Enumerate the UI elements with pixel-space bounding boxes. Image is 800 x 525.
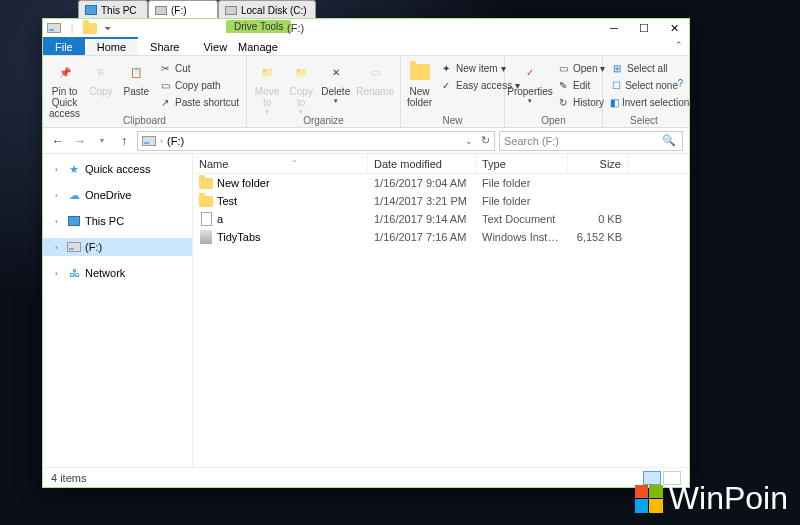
select-none-button[interactable]: ☐Select none: [607, 77, 681, 93]
file-date: 1/14/2017 3:21 PM: [368, 195, 476, 207]
ribbon-group-open: ✓Properties▾ ▭Open ▾ ✎Edit ↻History Open: [505, 56, 603, 127]
collapse-ribbon-icon[interactable]: ⌃: [675, 40, 683, 50]
tab-this-pc[interactable]: This PC: [78, 0, 148, 18]
forward-button[interactable]: →: [71, 134, 89, 148]
ribbon-group-new: New folder ✦New item ▾ ✓Easy access ▾ Ne…: [401, 56, 505, 127]
invert-selection-button[interactable]: ◧Invert selection: [607, 94, 681, 110]
copyto-icon: 📁: [289, 60, 313, 84]
new-folder-button[interactable]: New folder: [405, 58, 434, 110]
paste-icon: 📋: [124, 60, 148, 84]
file-rows: New folder1/16/2017 9:04 AMFile folderTe…: [193, 174, 689, 467]
drive-icon: [47, 21, 61, 35]
properties-button[interactable]: ✓Properties▾: [509, 58, 551, 107]
up-button[interactable]: ↑: [115, 134, 133, 148]
copy-button[interactable]: ⎘Copy: [84, 58, 117, 99]
minimize-button[interactable]: ─: [599, 19, 629, 37]
copy-icon: ⎘: [89, 60, 113, 84]
drive-icon: [67, 240, 81, 254]
history-button[interactable]: ↻History: [553, 94, 608, 110]
file-name: TidyTabs: [217, 231, 261, 243]
file-row[interactable]: a1/16/2017 9:14 AMText Document0 KB: [193, 210, 689, 228]
column-name[interactable]: Name⌃: [193, 154, 368, 173]
watermark: WinPoin: [635, 480, 788, 517]
star-icon: ★: [67, 162, 81, 176]
tab-drive-f[interactable]: (F:): [148, 0, 218, 18]
delete-button[interactable]: ✕Delete▾: [319, 58, 352, 107]
select-all-button[interactable]: ⊞Select all: [607, 60, 681, 76]
ribbon-tab-share[interactable]: Share: [138, 37, 191, 55]
cut-button[interactable]: ✂Cut: [155, 60, 242, 76]
search-placeholder: Search (F:): [504, 135, 559, 147]
tab-label: Local Disk (C:): [241, 5, 307, 16]
group-label: Open: [505, 115, 602, 126]
maximize-button[interactable]: ☐: [629, 19, 659, 37]
content-area: ›★Quick access ›☁OneDrive ›This PC ›(F:)…: [43, 154, 689, 467]
group-label: New: [401, 115, 504, 126]
column-type[interactable]: Type: [476, 154, 568, 173]
chevron-icon: ›: [55, 243, 63, 252]
tab-local-disk-c[interactable]: Local Disk (C:): [218, 0, 316, 18]
refresh-icon[interactable]: ↻: [477, 134, 490, 147]
drive-icon: [155, 6, 167, 15]
paste-button[interactable]: 📋Paste: [120, 58, 153, 99]
chevron-icon: ›: [55, 269, 63, 278]
open-button[interactable]: ▭Open ▾: [553, 60, 608, 76]
nav-this-pc[interactable]: ›This PC: [43, 212, 192, 230]
drive-icon: [225, 6, 237, 15]
search-field[interactable]: Search (F:) 🔍: [499, 131, 683, 151]
move-to-button[interactable]: 📁Move to▾: [251, 58, 283, 118]
column-size[interactable]: Size: [568, 154, 628, 173]
close-button[interactable]: ✕: [659, 19, 689, 37]
nav-onedrive[interactable]: ›☁OneDrive: [43, 186, 192, 204]
qat-dropdown-icon[interactable]: ⏷: [101, 21, 115, 35]
move-icon: 📁: [255, 60, 279, 84]
history-icon: ↻: [556, 95, 570, 109]
navigation-pane: ›★Quick access ›☁OneDrive ›This PC ›(F:)…: [43, 154, 193, 467]
chevron-icon: ›: [55, 165, 63, 174]
search-icon[interactable]: 🔍: [662, 134, 676, 147]
copy-to-button[interactable]: 📁Copy to▾: [285, 58, 317, 118]
group-label: Clipboard: [43, 115, 246, 126]
easy-access-icon: ✓: [439, 78, 453, 92]
ribbon-group-organize: 📁Move to▾ 📁Copy to▾ ✕Delete▾ ▭Rename Org…: [247, 56, 401, 127]
titlebar: | ⏷ Drive Tools (F:) ─ ☐ ✕: [43, 19, 689, 37]
ribbon-tab-file[interactable]: File: [43, 37, 85, 55]
file-row[interactable]: Test1/14/2017 3:21 PMFile folder: [193, 192, 689, 210]
folder-icon: [199, 194, 213, 208]
file-size: 0 KB: [568, 213, 628, 225]
statusbar: 4 items: [43, 467, 689, 487]
column-date[interactable]: Date modified: [368, 154, 476, 173]
chevron-icon: ›: [55, 217, 63, 226]
file-date: 1/16/2017 9:04 AM: [368, 177, 476, 189]
folder-icon[interactable]: [83, 21, 97, 35]
drive-icon: [142, 136, 156, 146]
cut-icon: ✂: [158, 61, 172, 75]
file-type: Windows Installer ...: [476, 231, 568, 243]
nav-quick-access[interactable]: ›★Quick access: [43, 160, 192, 178]
nav-network[interactable]: ›🖧Network: [43, 264, 192, 282]
ribbon-tab-manage[interactable]: Manage: [226, 37, 290, 55]
copy-path-button[interactable]: ▭Copy path: [155, 77, 242, 93]
file-type: File folder: [476, 177, 568, 189]
delete-icon: ✕: [324, 60, 348, 84]
ribbon-tab-home[interactable]: Home: [85, 37, 138, 55]
ribbon-tabs: File Home Share View Manage ⌃: [43, 37, 689, 56]
shortcut-icon: ↗: [158, 95, 172, 109]
back-button[interactable]: ←: [49, 134, 67, 148]
dropdown-icon[interactable]: ⌄: [465, 136, 473, 146]
ribbon: ? 📌Pin to Quick access ⎘Copy 📋Paste ✂Cut…: [43, 56, 689, 128]
pin-to-quick-access-button[interactable]: 📌Pin to Quick access: [47, 58, 82, 121]
address-field[interactable]: › (F:) ⌄ ↻: [137, 131, 495, 151]
file-date: 1/16/2017 9:14 AM: [368, 213, 476, 225]
edit-button[interactable]: ✎Edit: [553, 77, 608, 93]
file-row[interactable]: TidyTabs1/16/2017 7:16 AMWindows Install…: [193, 228, 689, 246]
recent-dropdown[interactable]: ▾: [93, 136, 111, 145]
rename-button[interactable]: ▭Rename: [354, 58, 396, 99]
cloud-icon: ☁: [67, 188, 81, 202]
file-row[interactable]: New folder1/16/2017 9:04 AMFile folder: [193, 174, 689, 192]
chevron-icon: ›: [55, 191, 63, 200]
tab-label: This PC: [101, 5, 137, 16]
paste-shortcut-button[interactable]: ↗Paste shortcut: [155, 94, 242, 110]
file-name: a: [217, 213, 223, 225]
nav-drive-f[interactable]: ›(F:): [43, 238, 192, 256]
